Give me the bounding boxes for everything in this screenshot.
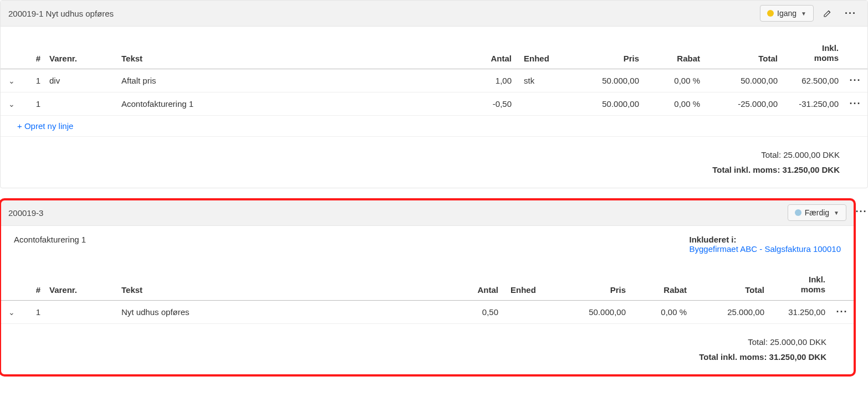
status-dropdown[interactable]: Igang ▼	[760, 5, 814, 22]
cell-antal: 0,50	[453, 301, 503, 324]
lines-table: # Varenr. Tekst Antal Enhed Pris Rabat T…	[1, 269, 854, 324]
included-label: Inkluderet i:	[690, 235, 841, 244]
cell-num: 1	[23, 69, 45, 92]
table-header-row: # Varenr. Tekst Antal Enhed Pris Rabat T…	[1, 269, 854, 301]
col-enhed: Enhed	[516, 38, 566, 69]
status-label: Igang	[777, 9, 796, 18]
cell-varenr	[45, 92, 117, 116]
more-button[interactable]: ···	[841, 6, 860, 22]
total-line: Total: 25.000,00 DKK	[1, 150, 840, 159]
sub-info: Acontofakturering 1 Inkluderet i: Byggef…	[1, 226, 854, 258]
cell-tekst: Nyt udhus opføres	[117, 301, 453, 324]
status-dot-icon	[767, 10, 774, 17]
cell-rabat: 0,00 %	[644, 69, 704, 92]
total-incl-moms-line: Total inkl. moms: 31.250,00 DKK	[1, 165, 840, 174]
table-row: ⌄ 1 Acontofakturering 1 -0,50 50.000,00 …	[1, 92, 867, 116]
cell-tekst: Aftalt pris	[117, 69, 466, 92]
panel-header: 200019-3 Færdig ▼	[1, 200, 854, 226]
cell-antal: -0,50	[466, 92, 516, 116]
col-num: #	[23, 38, 45, 69]
panel-title: 200019-3	[8, 208, 43, 218]
col-moms: Inkl.moms	[782, 38, 843, 69]
expand-toggle[interactable]: ⌄	[8, 308, 15, 317]
total-line: Total: 25.000,00 DKK	[1, 337, 826, 347]
totals-block: Total: 25.000,00 DKK Total inkl. moms: 3…	[1, 137, 867, 177]
panel-title: 200019-1 Nyt udhus opføres	[8, 9, 114, 18]
cell-moms: 31.250,00	[769, 301, 830, 324]
panel-body: # Varenr. Tekst Antal Enhed Pris Rabat T…	[1, 38, 867, 188]
table-row: ⌄ 1 Nyt udhus opføres 0,50 50.000,00 0,0…	[1, 301, 854, 324]
cell-varenr	[45, 301, 117, 324]
included-link[interactable]: Byggefirmaet ABC - Salgsfaktura 100010	[690, 244, 841, 254]
ellipsis-icon: ···	[845, 8, 856, 19]
status-dropdown[interactable]: Færdig ▼	[788, 204, 846, 221]
table-row: ⌄ 1 div Aftalt pris 1,00 stk 50.000,00 0…	[1, 69, 867, 92]
row-menu-button[interactable]: ···	[849, 98, 861, 109]
chevron-down-icon: ▼	[834, 210, 839, 216]
col-varenr: Varenr.	[45, 38, 117, 69]
cell-pris: 50.000,00	[566, 92, 644, 116]
panel-actions: Igang ▼ ···	[760, 5, 860, 22]
cell-pris: 50.000,00	[553, 301, 630, 324]
col-tekst: Tekst	[117, 269, 453, 301]
cell-rabat: 0,00 %	[644, 92, 704, 116]
order-panel-2: 200019-3 Færdig ▼ Acontofakturering 1 In…	[0, 199, 855, 375]
add-line-row: + Opret ny linje	[1, 116, 867, 137]
add-line-link[interactable]: + Opret ny linje	[17, 121, 73, 131]
col-num: #	[23, 269, 45, 301]
included-block: Inkluderet i: Byggefirmaet ABC - Salgsfa…	[690, 235, 841, 254]
cell-varenr: div	[45, 69, 117, 92]
row-menu-button[interactable]: ···	[849, 75, 861, 86]
col-tekst: Tekst	[117, 38, 466, 69]
col-pris: Pris	[566, 38, 644, 69]
panel-header: 200019-1 Nyt udhus opføres Igang ▼ ···	[1, 1, 867, 27]
cell-total: -25.000,00	[704, 92, 782, 116]
lines-table: # Varenr. Tekst Antal Enhed Pris Rabat T…	[1, 38, 867, 137]
cell-enhed: stk	[516, 69, 566, 92]
cell-antal: 1,00	[466, 69, 516, 92]
cell-total: 50.000,00	[704, 69, 782, 92]
expand-toggle[interactable]: ⌄	[8, 76, 15, 85]
col-varenr: Varenr.	[45, 269, 117, 301]
cell-moms: -31.250,00	[782, 92, 843, 116]
cell-rabat: 0,00 %	[630, 301, 691, 324]
col-antal: Antal	[466, 38, 516, 69]
col-rabat: Rabat	[644, 38, 704, 69]
col-antal: Antal	[453, 269, 503, 301]
status-dot-icon	[795, 209, 801, 216]
cell-moms: 62.500,00	[782, 69, 843, 92]
table-header-row: # Varenr. Tekst Antal Enhed Pris Rabat T…	[1, 38, 867, 69]
panel-actions: Færdig ▼	[788, 204, 846, 221]
cell-num: 1	[23, 301, 45, 324]
cell-enhed	[516, 92, 566, 116]
order-panel-1: 200019-1 Nyt udhus opføres Igang ▼ ··· #…	[0, 0, 868, 188]
total-incl-moms-line: Total inkl. moms: 31.250,00 DKK	[1, 352, 826, 362]
status-label: Færdig	[805, 208, 829, 217]
expand-toggle[interactable]: ⌄	[8, 100, 15, 109]
cell-pris: 50.000,00	[566, 69, 644, 92]
col-total: Total	[704, 38, 782, 69]
col-rabat: Rabat	[630, 269, 691, 301]
cell-enhed	[503, 301, 553, 324]
edit-button[interactable]	[819, 6, 836, 20]
col-moms: Inkl.moms	[769, 269, 830, 301]
totals-block: Total: 25.000,00 DKK Total inkl. moms: 3…	[1, 324, 854, 364]
cell-total: 25.000,00	[691, 301, 769, 324]
row-menu-button[interactable]: ···	[836, 306, 847, 317]
cell-tekst: Acontofakturering 1	[117, 92, 466, 116]
edit-icon	[823, 8, 833, 18]
chevron-down-icon: ▼	[801, 11, 806, 17]
col-pris: Pris	[553, 269, 630, 301]
col-total: Total	[691, 269, 769, 301]
panel-body: Acontofakturering 1 Inkluderet i: Byggef…	[1, 226, 854, 375]
panel-subtitle: Acontofakturering 1	[14, 235, 86, 244]
cell-num: 1	[23, 92, 45, 116]
col-enhed: Enhed	[503, 269, 553, 301]
